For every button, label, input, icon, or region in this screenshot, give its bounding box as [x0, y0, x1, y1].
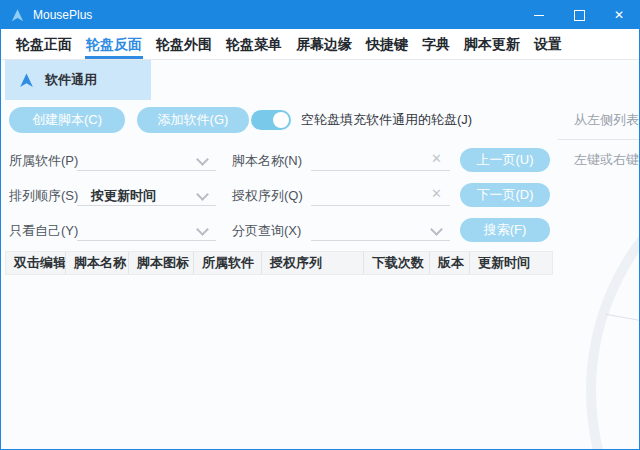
tab-settings[interactable]: 设置	[527, 29, 569, 59]
license-serial-label: 授权序列(Q)	[232, 187, 303, 205]
app-logo-icon	[10, 8, 25, 23]
maximize-button[interactable]	[559, 1, 599, 29]
col-update-time[interactable]: 更新时间	[470, 252, 552, 274]
page-query-label: 分页查询(X)	[232, 222, 301, 240]
window-controls: ✕	[519, 1, 639, 29]
minimize-icon	[534, 15, 544, 16]
clear-icon[interactable]: ✕	[431, 151, 442, 166]
col-version[interactable]: 版本	[430, 252, 470, 274]
col-script-name[interactable]: 脚本名称	[66, 252, 129, 274]
side-note-1: 从左侧列表	[574, 111, 640, 129]
prev-page-button[interactable]: 上一页(U)	[460, 148, 550, 172]
table-header-row: 双击编辑 脚本名称 脚本图标 所属软件 授权序列 下载次数 版本 更新时间	[5, 251, 553, 275]
owner-software-label: 所属软件(P)	[9, 152, 78, 170]
minimize-button[interactable]	[519, 1, 559, 29]
tab-screen-edge[interactable]: 屏幕边缘	[289, 29, 359, 59]
tab-script-update[interactable]: 脚本更新	[457, 29, 527, 59]
toggle-label: 空轮盘填充软件通用的轮盘(J)	[301, 111, 472, 129]
tab-wheel-outer[interactable]: 轮盘外围	[149, 29, 219, 59]
tab-wheel-front[interactable]: 轮盘正面	[9, 29, 79, 59]
window-title: MousePlus	[33, 8, 92, 22]
maximize-icon	[574, 10, 585, 21]
clear-icon[interactable]: ✕	[431, 186, 442, 201]
subtab-label: 软件通用	[45, 71, 97, 89]
tab-bar: 轮盘正面 轮盘反面 轮盘外围 轮盘菜单 屏幕边缘 快捷键 字典 脚本更新 设置	[1, 29, 639, 60]
col-script-icon[interactable]: 脚本图标	[129, 252, 194, 274]
tab-dictionary[interactable]: 字典	[415, 29, 457, 59]
subtab-software-general[interactable]: 软件通用	[5, 60, 151, 100]
side-divider	[558, 139, 640, 140]
filter-row-1: 所属软件(P) 脚本名称(N) ✕ 上一页(U)	[1, 148, 640, 172]
sort-order-value: 按更新时间	[91, 187, 156, 205]
chevron-down-icon	[196, 153, 209, 166]
tab-shortcut-keys[interactable]: 快捷键	[359, 29, 415, 59]
chevron-down-icon	[196, 223, 209, 236]
col-license-serial[interactable]: 授权序列	[262, 252, 364, 274]
create-script-button[interactable]: 创建脚本(C)	[9, 107, 125, 133]
next-page-button[interactable]: 下一页(D)	[460, 183, 550, 207]
only-mine-select[interactable]	[77, 218, 216, 241]
col-download-count[interactable]: 下载次数	[364, 252, 430, 274]
toggle-knob	[273, 112, 289, 128]
cursor-triangle-icon	[18, 72, 35, 89]
col-owner-software[interactable]: 所属软件	[194, 252, 262, 274]
owner-software-select[interactable]	[77, 148, 216, 171]
page-query-select[interactable]	[311, 218, 450, 241]
chevron-down-icon	[430, 223, 443, 236]
add-software-button[interactable]: 添加软件(G)	[137, 107, 249, 133]
only-mine-label: 只看自己(Y)	[9, 222, 78, 240]
sort-order-label: 排列顺序(S)	[9, 187, 78, 205]
mouseplus-window: MousePlus ✕ 轮盘正面 轮盘反面 轮盘外围 轮盘菜单 屏幕边缘 快捷键…	[0, 0, 640, 450]
tab-wheel-menu[interactable]: 轮盘菜单	[219, 29, 289, 59]
sort-order-select[interactable]: 按更新时间	[77, 183, 216, 206]
chevron-down-icon	[196, 188, 209, 201]
titlebar: MousePlus ✕	[1, 1, 639, 29]
script-name-input[interactable]: ✕	[311, 148, 450, 171]
fill-empty-wheel-toggle[interactable]	[251, 110, 291, 130]
search-button[interactable]: 搜索(F)	[460, 218, 550, 242]
tab-wheel-back[interactable]: 轮盘反面	[79, 29, 149, 59]
col-double-click-edit[interactable]: 双击编辑	[6, 252, 66, 274]
close-icon: ✕	[614, 8, 624, 22]
filter-row-2: 排列顺序(S) 按更新时间 授权序列(Q) ✕ 下一页(D)	[1, 183, 640, 207]
close-button[interactable]: ✕	[599, 1, 639, 29]
script-name-label: 脚本名称(N)	[232, 152, 302, 170]
filter-row-3: 只看自己(Y) 分页查询(X) 搜索(F)	[1, 218, 640, 242]
license-serial-input[interactable]: ✕	[311, 183, 450, 206]
